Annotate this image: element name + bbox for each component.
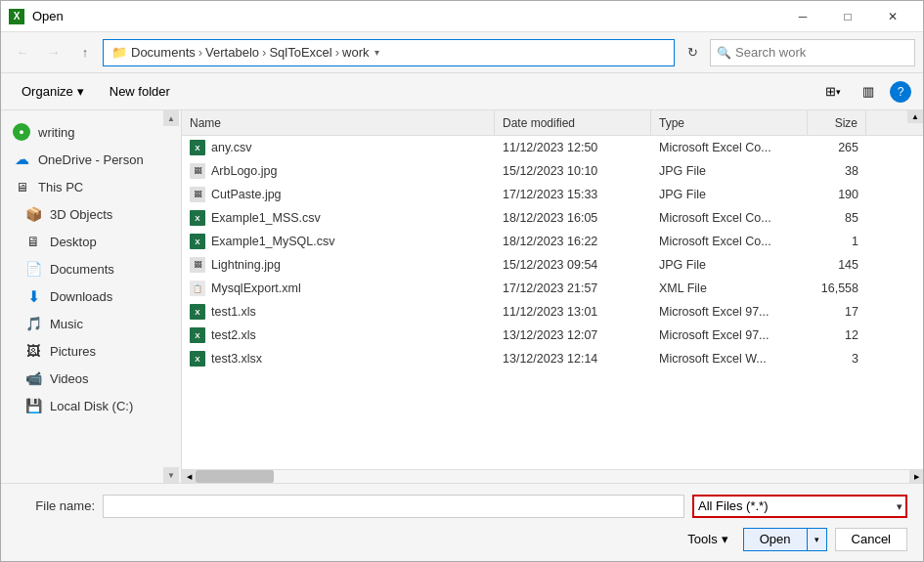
filename-input[interactable] (103, 495, 684, 518)
col-header-size[interactable]: Size (808, 110, 866, 135)
table-row[interactable]: 🖼 CutPaste.jpg 17/12/2023 15:33 JPG File… (182, 183, 923, 206)
file-icon: X (190, 304, 205, 320)
localdisk-icon: 💾 (24, 397, 42, 414)
open-dropdown-button[interactable]: ▾ (807, 529, 826, 550)
file-name-cell: 🖼 Lightning.jpg (182, 253, 495, 277)
open-button[interactable]: Open (744, 529, 807, 550)
table-row[interactable]: 🖼 Lightning.jpg 15/12/2023 09:54 JPG Fil… (182, 253, 923, 277)
file-size: 85 (845, 211, 858, 225)
sidebar-item-thispc[interactable]: 🖥 This PC (1, 173, 181, 200)
sidebar-item-localdisk-label: Local Disk (C:) (50, 399, 133, 413)
file-area: Name Date modified Type Size ▲ X any.csv (182, 110, 923, 483)
address-bar: ← → ↑ 📁 Documents › Vertabelo › SqlToExc… (1, 32, 923, 73)
file-type: Microsoft Excel 97... (659, 328, 770, 342)
col-header-date[interactable]: Date modified (495, 110, 651, 135)
file-icon: 📋 (190, 281, 205, 296)
sidebar-item-writing[interactable]: ● writing (1, 118, 181, 146)
path-vertabelo: Vertabelo (205, 45, 259, 60)
table-row[interactable]: 🖼 ArbLogo.jpg 15/12/2023 10:10 JPG File … (182, 159, 923, 183)
file-type: JPG File (659, 164, 706, 178)
hscroll-right-button[interactable]: ▶ (909, 470, 923, 484)
pane-button[interactable]: ▥ (855, 79, 882, 105)
sidebar-item-pictures[interactable]: 🖼 Pictures (1, 337, 181, 365)
sidebar-item-pictures-label: Pictures (50, 344, 96, 359)
sidebar-scroll-up[interactable]: ▲ (163, 110, 179, 126)
table-row[interactable]: X Example1_MSS.csv 18/12/2023 16:05 Micr… (182, 206, 923, 230)
table-row[interactable]: 📋 MysqlExport.xml 17/12/2023 21:57 XML F… (182, 277, 923, 300)
file-type: JPG File (659, 258, 706, 272)
file-date: 17/12/2023 21:57 (503, 281, 597, 295)
file-name-cell: X Example1_MSS.csv (182, 206, 495, 230)
refresh-button[interactable]: ↻ (679, 39, 706, 66)
file-type-cell: Microsoft Excel 97... (651, 300, 808, 324)
view-button[interactable]: ⊞ ▾ (819, 79, 847, 105)
sidebar-item-thispc-label: This PC (38, 180, 83, 195)
address-path[interactable]: 📁 Documents › Vertabelo › SqlToExcel › w… (103, 39, 675, 66)
sidebar-item-music[interactable]: 🎵 Music (1, 310, 181, 337)
sidebar: ▲ ● writing ☁ OneDrive - Person 🖥 This P… (1, 110, 182, 483)
file-size-cell: 17 (808, 300, 866, 324)
sidebar-item-desktop[interactable]: 🖥 Desktop (1, 228, 181, 255)
minimize-button[interactable]: ─ (780, 1, 825, 32)
footer: File name: All Files (*.*) Tools ▾ Open … (1, 483, 923, 561)
new-folder-button[interactable]: New folder (101, 79, 179, 105)
file-size: 38 (845, 164, 858, 178)
file-icon: X (190, 210, 205, 226)
organize-button[interactable]: Organize ▾ (13, 79, 93, 105)
file-name-cell: X test2.xls (182, 324, 495, 347)
sidebar-item-videos[interactable]: 📹 Videos (1, 365, 181, 392)
hscroll-thumb[interactable] (196, 470, 274, 483)
file-date-cell: 13/12/2023 12:14 (495, 347, 651, 370)
file-name: any.csv (211, 141, 251, 154)
path-folder-icon: 📁 (111, 45, 127, 60)
horizontal-scrollbar[interactable]: ◀ ▶ (182, 469, 923, 483)
up-button[interactable]: ↑ (71, 39, 99, 66)
sidebar-item-onedrive[interactable]: ☁ OneDrive - Person (1, 146, 181, 173)
sidebar-item-3dobjects[interactable]: 📦 3D Objects (1, 200, 181, 228)
table-row[interactable]: X test2.xls 13/12/2023 12:07 Microsoft E… (182, 324, 923, 347)
file-size: 1 (852, 235, 858, 248)
file-name: Example1_MySQL.csv (211, 235, 334, 248)
table-row[interactable]: X test1.xls 11/12/2023 13:01 Microsoft E… (182, 300, 923, 324)
sidebar-scroll-down[interactable]: ▼ (163, 467, 179, 483)
filetype-select[interactable]: All Files (*.*) (692, 495, 907, 518)
sidebar-item-downloads[interactable]: ⬇ Downloads (1, 282, 181, 310)
file-icon: X (190, 140, 205, 155)
search-input[interactable] (735, 45, 908, 60)
hscroll-left-button[interactable]: ◀ (182, 470, 196, 484)
file-list[interactable]: X any.csv 11/12/2023 12:50 Microsoft Exc… (182, 136, 923, 469)
sidebar-item-localdisk[interactable]: 💾 Local Disk (C:) (1, 392, 181, 419)
tools-arrow: ▾ (722, 532, 728, 546)
file-type-cell: JPG File (651, 253, 808, 277)
file-name-cell: X any.csv (182, 136, 495, 159)
footer-filename-row: File name: All Files (*.*) (17, 495, 907, 518)
table-row[interactable]: X Example1_MySQL.csv 18/12/2023 16:22 Mi… (182, 230, 923, 253)
col-header-name[interactable]: Name (182, 110, 495, 135)
file-size-cell: 1 (808, 230, 866, 253)
file-date-cell: 11/12/2023 12:50 (495, 136, 651, 159)
help-button[interactable]: ? (890, 81, 911, 103)
path-work: work (342, 45, 369, 60)
sidebar-item-documents[interactable]: 📄 Documents (1, 255, 181, 282)
file-date-cell: 13/12/2023 12:07 (495, 324, 651, 347)
file-size: 17 (845, 305, 858, 319)
thispc-icon: 🖥 (13, 178, 30, 195)
maximize-button[interactable]: □ (825, 1, 870, 32)
close-button[interactable]: ✕ (870, 1, 915, 32)
back-button[interactable]: ← (9, 39, 36, 66)
col-header-type[interactable]: Type (651, 110, 808, 135)
file-date-cell: 15/12/2023 10:10 (495, 159, 651, 183)
file-date-cell: 11/12/2023 13:01 (495, 300, 651, 324)
file-type-cell: Microsoft Excel Co... (651, 136, 808, 159)
hscroll-track[interactable] (196, 470, 909, 483)
file-name: Example1_MSS.csv (211, 211, 321, 225)
table-row[interactable]: X test3.xlsx 13/12/2023 12:14 Microsoft … (182, 347, 923, 370)
tools-button[interactable]: Tools ▾ (681, 528, 734, 551)
file-type-cell: JPG File (651, 183, 808, 206)
table-row[interactable]: X any.csv 11/12/2023 12:50 Microsoft Exc… (182, 136, 923, 159)
file-list-scroll-up[interactable]: ▲ (907, 110, 923, 123)
file-icon: X (190, 327, 205, 343)
cancel-button[interactable]: Cancel (835, 528, 907, 551)
file-type: JPG File (659, 188, 706, 201)
forward-button[interactable]: → (40, 39, 67, 66)
